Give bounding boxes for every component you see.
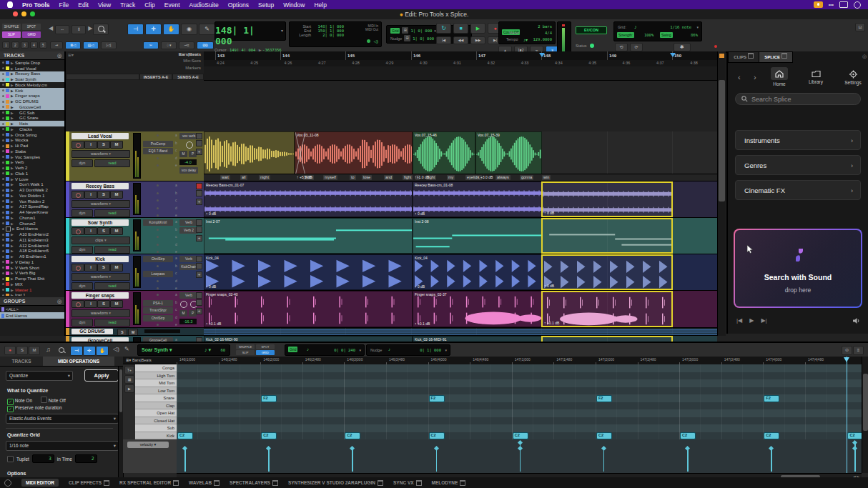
track-name-field[interactable]: Lead Vocal <box>71 133 129 139</box>
track-lane-finger_snaps[interactable]: Finger snaps_02-40↑ +0.1 dBFinger snaps_… <box>204 291 717 328</box>
me-lane-label[interactable]: Open Hat <box>135 409 177 417</box>
selected-region[interactable] <box>541 218 673 254</box>
send-mute-button[interactable]: M <box>179 151 187 157</box>
lyric-marker[interactable]: to <box>350 175 356 180</box>
track-show-dot[interactable] <box>2 145 4 147</box>
track-corner-icon[interactable] <box>196 226 202 233</box>
send-slot-letter[interactable]: c <box>175 307 177 312</box>
scrub-tool-button[interactable]: ◉ <box>181 24 197 35</box>
track-list-item[interactable]: ▶A17 SpeedRap <box>0 204 64 210</box>
velocity-stem[interactable] <box>771 447 772 472</box>
send-chip[interactable]: vox delay <box>179 167 198 174</box>
send-slot-letter[interactable]: e <box>175 213 177 217</box>
bottom-tab-clip-effects[interactable]: CLIP EFFECTS <box>69 480 109 486</box>
velocity-stem[interactable] <box>352 447 353 472</box>
track-lane-lead_vocal[interactable]: Vox.03_11-08↑ +5.5 dBVox.07_15-46↑ -1.0 … <box>204 131 717 181</box>
track-corner-icon[interactable] <box>196 183 202 189</box>
track-lane-kick[interactable]: Kick_04↑ 0 dBKick_04↑ 0 dB↑ 0 dB <box>204 254 717 291</box>
track-record-button[interactable] <box>71 227 84 235</box>
track-show-dot[interactable] <box>2 211 4 214</box>
send-slot-letter[interactable]: c <box>175 271 177 275</box>
track-show-dot[interactable] <box>2 256 4 258</box>
track-list-item[interactable]: ▶Inst 1 <box>0 293 64 297</box>
eucon-badge[interactable]: EUCON <box>576 26 607 34</box>
insert-empty-slot[interactable] <box>157 280 159 282</box>
lyric-marker[interactable]: lose <box>362 175 372 180</box>
grabber-tool-button[interactable]: ✋ <box>163 24 179 35</box>
me-trim-tool[interactable]: ⊣ <box>70 346 83 356</box>
track-list-item[interactable]: ▶V Verb Short <box>0 265 64 271</box>
send-slot-letter[interactable]: e <box>175 163 177 167</box>
me-target-icon[interactable]: ⊙ <box>842 346 852 355</box>
layered-edit-button[interactable]: ⊸≡ <box>179 41 194 49</box>
track-show-dot[interactable] <box>2 289 4 291</box>
track-record-button[interactable] <box>71 264 84 272</box>
target-icon[interactable] <box>4 479 11 487</box>
track-dyn-selector[interactable]: dyn <box>71 159 93 167</box>
midi-note-kick[interactable]: C2 <box>596 432 612 439</box>
track-list-item[interactable]: ▶Block Melody.cm <box>0 82 64 88</box>
track-show-dot[interactable] <box>2 150 4 152</box>
preserve-duration-checkbox[interactable]: ✓ <box>7 406 14 412</box>
track-m-button[interactable]: M <box>110 227 123 235</box>
play-sample-button[interactable]: ▶ <box>749 317 754 324</box>
track-list-item[interactable]: ▶Finger snaps <box>0 94 64 99</box>
me-record-button[interactable]: ● <box>4 346 16 355</box>
track-list-item[interactable]: ▶A3 DontWalk 2 <box>0 187 64 193</box>
track-lane-soar_synth[interactable]: Inst 2-07Inst 2-08 <box>204 218 717 254</box>
track-i-button[interactable]: I <box>84 264 97 272</box>
menu-setup[interactable]: Setup <box>258 1 274 9</box>
tuplet-checkbox[interactable] <box>7 456 14 462</box>
track-list-item[interactable]: ▶Chorus1 <box>0 215 64 221</box>
track-show-dot[interactable] <box>2 194 4 196</box>
velocity-diamond[interactable] <box>518 446 523 451</box>
grid-note-icon[interactable]: ⊞ <box>402 27 408 34</box>
track-s-button[interactable]: S <box>97 191 110 199</box>
ruler-bars-beats-label[interactable]: Bars|Beats <box>179 52 201 56</box>
trim-tool-button[interactable]: ⊣ <box>127 24 144 35</box>
track-list-item[interactable]: ▶Don't Walk 1 <box>0 182 64 188</box>
notation-icon[interactable]: ♫ <box>46 346 51 353</box>
lyric-marker[interactable]: my <box>447 175 455 180</box>
track-name-field[interactable]: Soar Synth <box>71 219 129 226</box>
track-list-item[interactable]: ▶Kick <box>0 88 64 94</box>
track-list-item[interactable]: ▶Reecey Bass <box>0 71 64 77</box>
track-list-item[interactable]: ▶A11 EndHarm3 <box>0 237 64 243</box>
grid-toggle[interactable]: Grid <box>390 28 400 34</box>
insert-empty-slot[interactable] <box>157 214 159 216</box>
display-icon[interactable] <box>839 1 848 8</box>
track-m-button[interactable]: M <box>110 300 123 308</box>
send-slot-letter[interactable]: b <box>175 141 177 145</box>
track-list-item[interactable]: ▶V Verb Big <box>0 271 64 277</box>
track-list-item[interactable]: ▶Hi Pad <box>0 143 64 149</box>
track-show-dot[interactable] <box>2 184 4 186</box>
track-show-dot[interactable] <box>2 67 4 69</box>
audio-clip[interactable]: Inst 2-07 <box>204 218 413 254</box>
insert-chip[interactable]: ChnlStrp <box>143 256 173 262</box>
nav-home[interactable]: Home <box>768 67 791 86</box>
me-lane-label[interactable]: Snare <box>135 394 177 402</box>
operation-select[interactable]: Quantize▾ <box>6 371 73 381</box>
mic-recording-icon[interactable] <box>814 1 823 8</box>
main-counter[interactable]: 148| 1| 000 ▾ <box>214 21 286 41</box>
track-dyn-selector[interactable]: dyn <box>71 209 93 217</box>
track-s-button[interactable]: S <box>117 329 127 336</box>
track-show-dot[interactable] <box>2 278 4 280</box>
track-view-selector[interactable]: waveform ▾ <box>71 200 130 208</box>
lyric-marker[interactable]: and <box>384 175 393 180</box>
bottom-tab-rx-spectral-editor[interactable]: RX SPECTRAL EDITOR <box>119 480 179 486</box>
me-grid-panel[interactable]: Grid ♪ 0| 0| 240 ▾ <box>285 344 365 356</box>
track-list-item[interactable]: ▶Lead Vocal <box>0 66 64 71</box>
send-mute-button[interactable]: M <box>179 310 187 317</box>
mode-shuffle-button[interactable]: SHUFFLE <box>2 24 21 30</box>
track-list-item[interactable]: ▶GC Snare <box>0 116 64 121</box>
track-show-dot[interactable] <box>2 89 4 91</box>
track-m-button[interactable]: M <box>110 191 123 199</box>
track-s-button[interactable]: S <box>97 300 110 308</box>
me-magnifier-icon[interactable] <box>59 347 64 353</box>
selected-region[interactable]: ↑ +0.1 dB <box>541 291 673 327</box>
track-show-dot[interactable] <box>2 106 4 108</box>
tab-midi-operations[interactable]: MIDI OPERATIONS <box>43 357 114 366</box>
send-slot-letter[interactable]: e <box>175 249 177 254</box>
quantize-grid-select[interactable]: 1/16 note▾ <box>6 441 119 451</box>
